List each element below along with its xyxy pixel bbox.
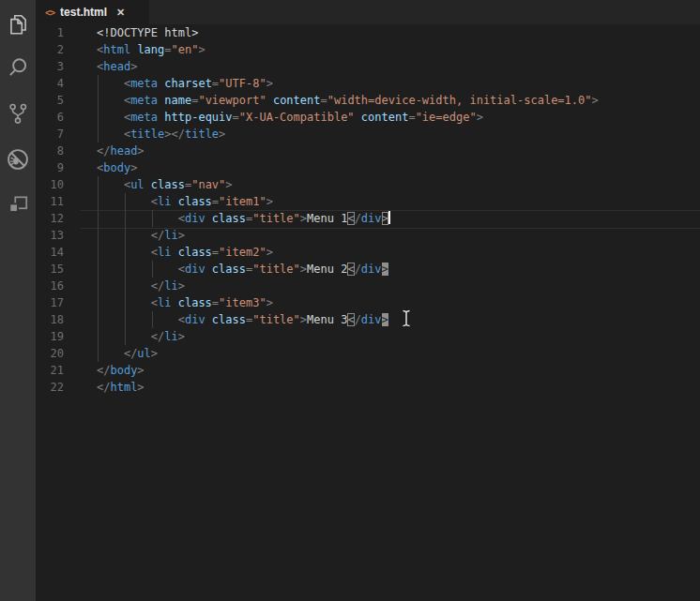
debug-bug-icon[interactable] bbox=[0, 142, 36, 177]
line-number[interactable]: 8 bbox=[36, 143, 64, 159]
line-number[interactable]: 14 bbox=[36, 244, 64, 261]
line-number[interactable]: 4 bbox=[36, 75, 64, 92]
code-line-16[interactable]: 16 </li> bbox=[36, 278, 700, 294]
code-line-20[interactable]: 20 </ul> bbox=[36, 345, 700, 362]
line-number[interactable]: 20 bbox=[36, 345, 64, 362]
token: > bbox=[178, 279, 185, 293]
code-line-22[interactable]: 22</html> bbox=[36, 379, 700, 396]
token: </ bbox=[124, 347, 137, 360]
code-line-1[interactable]: 1<!DOCTYPE html> bbox=[36, 24, 700, 41]
token: > bbox=[300, 212, 307, 225]
token: < bbox=[178, 212, 185, 225]
code-text: <div class="title">Menu 1</div> bbox=[97, 210, 390, 227]
code-line-9[interactable]: 9<body> bbox=[36, 159, 700, 176]
token: "title" bbox=[252, 313, 300, 326]
search-icon[interactable] bbox=[0, 50, 36, 85]
token: "nav" bbox=[191, 178, 225, 191]
token: name bbox=[164, 94, 191, 107]
code-line-15[interactable]: 15 <div class="title">Menu 2</div> bbox=[36, 261, 700, 278]
token: "item1" bbox=[219, 195, 266, 208]
code-text: <div class="title">Menu 3</div> bbox=[97, 311, 388, 328]
code-line-4[interactable]: 4 <meta charset="UTF-8"> bbox=[36, 75, 700, 92]
line-number[interactable]: 18 bbox=[36, 311, 64, 328]
line-number[interactable]: 16 bbox=[36, 278, 64, 294]
token: http-equiv bbox=[164, 111, 232, 124]
tab-test-html[interactable]: <> test.html ✕ bbox=[36, 0, 149, 24]
code-line-19[interactable]: 19 </li> bbox=[36, 328, 700, 345]
line-number[interactable]: 1 bbox=[36, 24, 64, 41]
line-number[interactable]: 19 bbox=[36, 328, 64, 345]
line-number[interactable]: 13 bbox=[36, 227, 64, 244]
line-number[interactable]: 15 bbox=[36, 261, 64, 278]
token: "en" bbox=[172, 43, 199, 56]
indent-guide bbox=[98, 244, 99, 261]
code-line-7[interactable]: 7 <title></title> bbox=[36, 126, 700, 143]
token bbox=[97, 246, 151, 259]
extensions-icon[interactable] bbox=[0, 188, 36, 223]
token: meta bbox=[130, 111, 158, 124]
token: > bbox=[178, 229, 185, 242]
code-line-6[interactable]: 6 <meta http-equiv="X-UA-Compatible" con… bbox=[36, 109, 700, 126]
code-lines: 1<!DOCTYPE html>2<html lang="en">3<head>… bbox=[36, 24, 700, 396]
token: = bbox=[212, 296, 219, 309]
code-text: </li> bbox=[97, 227, 185, 244]
token: > bbox=[151, 347, 158, 360]
token: > bbox=[130, 161, 137, 174]
activity-bar bbox=[0, 0, 36, 601]
code-line-13[interactable]: 13 </li> bbox=[36, 227, 700, 244]
code-line-18[interactable]: 18 <div class="title">Menu 3</div> bbox=[36, 311, 700, 328]
line-number[interactable]: 9 bbox=[36, 159, 64, 176]
token: > bbox=[300, 313, 307, 326]
indent-guide bbox=[98, 328, 99, 345]
line-number[interactable]: 17 bbox=[36, 294, 64, 311]
code-text: </li> bbox=[97, 328, 185, 345]
token: < bbox=[347, 263, 354, 276]
token: class bbox=[212, 212, 246, 225]
line-number[interactable]: 7 bbox=[36, 126, 64, 143]
line-number[interactable]: 3 bbox=[36, 58, 64, 75]
token: > bbox=[130, 60, 137, 73]
files-icon[interactable] bbox=[0, 7, 36, 42]
code-line-5[interactable]: 5 <meta name="viewport" content="width=d… bbox=[36, 92, 700, 109]
line-number[interactable]: 11 bbox=[36, 193, 64, 210]
token: div bbox=[361, 313, 382, 326]
token: "width=device-width, initial-scale=1.0" bbox=[327, 94, 592, 107]
token: div bbox=[361, 263, 382, 276]
line-number[interactable]: 5 bbox=[36, 92, 64, 109]
code-line-3[interactable]: 3<head> bbox=[36, 58, 700, 75]
token: < bbox=[151, 296, 158, 309]
code-text: </li> bbox=[97, 278, 185, 294]
token: < bbox=[347, 212, 354, 225]
line-number[interactable]: 21 bbox=[36, 362, 64, 379]
git-branch-icon[interactable] bbox=[0, 96, 36, 131]
token: > bbox=[382, 263, 388, 276]
token: > bbox=[225, 178, 232, 191]
token: = bbox=[164, 43, 171, 56]
token: </ bbox=[97, 364, 110, 377]
line-number[interactable]: 6 bbox=[36, 109, 64, 126]
code-line-8[interactable]: 8</head> bbox=[36, 143, 700, 159]
code-line-12[interactable]: 12 <div class="title">Menu 1</div> bbox=[36, 210, 700, 227]
code-line-14[interactable]: 14 <li class="item2"> bbox=[36, 244, 700, 261]
indent-guide bbox=[98, 261, 99, 278]
line-number[interactable]: 12 bbox=[36, 210, 64, 227]
code-line-17[interactable]: 17 <li class="item3"> bbox=[36, 294, 700, 311]
indent-guide bbox=[98, 92, 99, 109]
code-text: <li class="item1"> bbox=[97, 193, 273, 210]
code-line-21[interactable]: 21</body> bbox=[36, 362, 700, 379]
indent-guide bbox=[152, 210, 153, 227]
token: head bbox=[103, 60, 130, 73]
token: / bbox=[355, 212, 361, 225]
code-line-11[interactable]: 11 <li class="item1"> bbox=[36, 193, 700, 210]
code-line-10[interactable]: 10 <ul class="nav"> bbox=[36, 176, 700, 193]
token: > bbox=[137, 381, 144, 394]
line-number[interactable]: 10 bbox=[36, 176, 64, 193]
token bbox=[97, 111, 124, 124]
close-icon[interactable]: ✕ bbox=[116, 8, 125, 18]
token: > bbox=[266, 77, 273, 90]
line-number[interactable]: 22 bbox=[36, 379, 64, 396]
code-line-2[interactable]: 2<html lang="en"> bbox=[36, 41, 700, 58]
line-number[interactable]: 2 bbox=[36, 41, 64, 58]
code-text: <div class="title">Menu 2</div> bbox=[97, 261, 388, 278]
token bbox=[205, 313, 212, 326]
